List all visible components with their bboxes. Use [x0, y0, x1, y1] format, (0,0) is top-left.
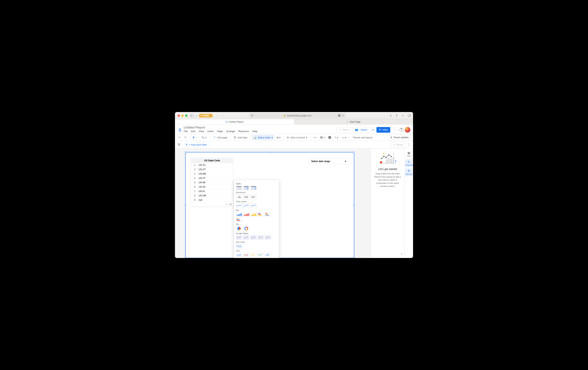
date-range-picker[interactable]: Select date range ▾ — [309, 159, 349, 164]
chart-option-line[interactable] — [250, 253, 257, 257]
chart-option-bar[interactable] — [257, 212, 264, 217]
canvas-area[interactable]: US State Code 1.US-TX2.US-UT3.US-WA4.US-… — [175, 148, 371, 258]
share-icon[interactable]: ⇪ — [395, 114, 398, 117]
menu-resource[interactable]: Resource — [238, 130, 249, 133]
table-row[interactable]: 1.US-TX — [191, 163, 233, 167]
share-button[interactable]: 👥⁺ Share — [353, 127, 370, 133]
chart-option-time-series[interactable] — [250, 203, 257, 208]
table-row[interactable]: 2.US-UT — [191, 168, 233, 171]
table-row[interactable]: 6.US-VA — [191, 185, 233, 189]
url-bar[interactable]: ☰ 🔒 lookerstudio.google.com 🅰 ↻ — [249, 113, 346, 118]
reset-button[interactable]: ↶ Reset — [336, 127, 351, 133]
community-viz-button[interactable]: ⊞ ▾ — [275, 135, 282, 140]
report-title[interactable]: Untitled Report — [184, 126, 257, 129]
add-page-button[interactable]: 📄 Add page — [211, 135, 229, 140]
redo-button[interactable]: ↷ — [183, 135, 188, 140]
add-quick-filter-button[interactable]: + Add quick filter — [183, 142, 210, 148]
sidebar-dropdown-icon[interactable]: ▾ — [196, 115, 197, 116]
chart-option-scorecard[interactable]: Sessions69.3K — [243, 194, 250, 199]
pause-updates-button[interactable]: ⏸ Pause updates — [388, 135, 411, 140]
chart-option-google-maps[interactable] — [265, 235, 271, 240]
zoom-button[interactable]: 🔍 ▾ — [200, 135, 208, 140]
minimize-window-button[interactable] — [181, 115, 184, 117]
more-options-button[interactable]: ⋮ — [392, 127, 398, 133]
chart-option-time-series[interactable] — [243, 203, 250, 208]
text-size-icon[interactable]: ☰ — [251, 114, 253, 117]
back-button[interactable]: 〈 — [215, 113, 220, 118]
chart-option-google-maps[interactable] — [236, 235, 242, 240]
chart-option-bar[interactable] — [236, 212, 242, 217]
chart-option-table[interactable] — [236, 186, 242, 190]
profile-badge[interactable]: ✕ WRK ▾ — [199, 114, 213, 117]
more-vert-icon[interactable]: ⋮ — [407, 143, 410, 147]
table-row[interactable]: 7.US-IA — [191, 189, 233, 193]
chart-option-line[interactable] — [265, 253, 271, 257]
chart-option-bar[interactable] — [243, 212, 250, 217]
chart-option-line[interactable] — [243, 253, 250, 257]
rail-properties[interactable]: ✎ Properties — [405, 159, 413, 167]
new-tab-icon[interactable]: ＋ — [401, 114, 404, 117]
browser-tab-start-page[interactable]: ☆ Start Page — [294, 119, 413, 124]
menu-edit[interactable]: Edit — [191, 130, 195, 133]
collapse-panel-button[interactable]: › — [401, 252, 402, 256]
theme-layout-button[interactable]: Theme and layout — [351, 135, 374, 140]
chart-option-bar[interactable] — [265, 212, 271, 217]
chart-option-pie[interactable] — [236, 226, 242, 231]
chart-option-geo-chart[interactable] — [236, 244, 242, 249]
share-dropdown-button[interactable]: ▾ — [371, 127, 375, 133]
downloads-icon[interactable]: ⤓ — [389, 114, 392, 117]
chart-option-time-series[interactable] — [236, 203, 242, 208]
forward-button[interactable]: 〉 — [221, 113, 226, 118]
line-button[interactable]: ╲ ▾ — [333, 135, 340, 140]
table-row[interactable]: 4.US-VT — [191, 176, 233, 180]
table-row[interactable]: 3.US-WA — [191, 172, 233, 176]
chart-option-google-maps[interactable] — [243, 235, 250, 240]
chart-option-scorecard[interactable]: Total1,168 — [236, 194, 242, 199]
browser-tab-untitled-report[interactable]: ◔ Untitled Report — [175, 119, 294, 124]
reload-icon[interactable]: ↻ — [342, 114, 344, 117]
menu-view[interactable]: View — [199, 130, 204, 133]
chart-option-bar[interactable] — [250, 212, 257, 217]
menu-page[interactable]: Page — [217, 130, 223, 133]
user-avatar[interactable] — [405, 127, 410, 133]
chart-option-line[interactable] — [236, 253, 242, 257]
image-button[interactable]: 🖼 ▾ — [319, 135, 326, 140]
menu-help[interactable]: Help — [252, 130, 257, 133]
chart-option-pie[interactable] — [243, 226, 250, 231]
looker-studio-logo[interactable] — [178, 127, 182, 132]
shape-button[interactable]: ▭ ▾ — [341, 135, 348, 140]
fullscreen-window-button[interactable] — [185, 115, 188, 117]
text-button[interactable]: 🅰 — [327, 135, 333, 140]
close-window-button[interactable] — [178, 115, 180, 117]
chart-option-google-maps[interactable] — [257, 235, 264, 240]
filter-icon[interactable] — [178, 144, 180, 146]
chart-option-google-maps[interactable] — [250, 235, 257, 240]
table-row[interactable]: 8.US-UM — [191, 194, 233, 198]
help-icon[interactable]: ? — [399, 128, 403, 132]
tabs-overview-icon[interactable]: ❏ — [408, 114, 410, 117]
chart-option-table[interactable] — [250, 186, 257, 190]
menu-arrange[interactable]: Arrange — [226, 130, 235, 133]
rail-filterbar[interactable]: ∇ Filter bar — [405, 168, 413, 176]
chart-option-bar[interactable] — [236, 217, 242, 222]
undo-button[interactable]: ↶ — [177, 135, 182, 140]
filterbar-reset-button[interactable]: ↶ Reset — [391, 142, 405, 148]
rail-data[interactable]: ▦ Data — [405, 150, 413, 158]
view-button[interactable]: 👁 View — [377, 127, 390, 133]
table-row[interactable]: 9.null — [191, 198, 233, 202]
chart-option-scorecard[interactable]: CampaignAbc... — [250, 194, 257, 199]
table-row[interactable]: 5.US-WI — [191, 181, 233, 185]
selection-tool-button[interactable] — [191, 135, 197, 140]
state-code-table[interactable]: US State Code 1.US-TX2.US-UT3.US-WA4.US-… — [191, 158, 233, 207]
chart-option-line[interactable] — [257, 253, 264, 257]
menu-file[interactable]: File — [184, 130, 188, 133]
chart-option-table[interactable] — [243, 186, 250, 190]
add-control-button[interactable]: ⚙ Add a control ▾ — [285, 135, 309, 140]
menu-insert[interactable]: Insert — [207, 130, 214, 133]
svg-point-51 — [252, 237, 252, 238]
sidebar-toggle-icon[interactable] — [189, 114, 194, 117]
add-chart-button[interactable]: 📊 Add a chart ▾ — [252, 135, 274, 140]
url-embed-button[interactable]: <> — [312, 135, 318, 140]
translate-icon[interactable]: 🅰 — [338, 114, 340, 117]
add-data-button[interactable]: 🗄 Add data — [232, 135, 249, 140]
